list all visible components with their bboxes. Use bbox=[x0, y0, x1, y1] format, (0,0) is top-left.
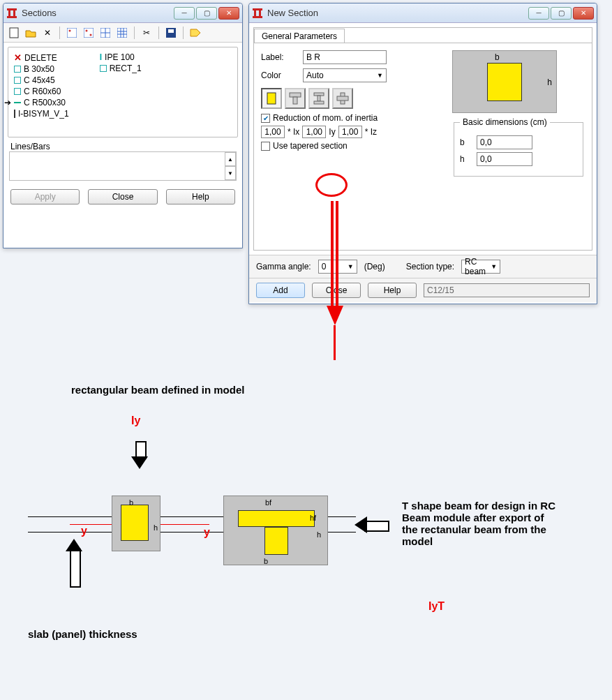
red-arrow-tail bbox=[334, 325, 336, 360]
list-item[interactable]: B 30x50 bbox=[13, 64, 70, 75]
new-section-window: New Section ─ ▢ ✕ General Parameters Lab… bbox=[248, 3, 597, 304]
iyt-label: IyT bbox=[428, 600, 445, 613]
ix-suffix: * Ix bbox=[288, 127, 299, 137]
maximize-button[interactable]: ▢ bbox=[196, 7, 217, 20]
newsection-titlebar[interactable]: New Section ─ ▢ ✕ bbox=[249, 3, 597, 23]
section-type-combo[interactable]: RC beam▼ bbox=[461, 260, 500, 274]
list-item-label: C R60x60 bbox=[24, 87, 61, 96]
sections-window: Sections ─ ▢ ✕ ✕ ✂ ✕DELETE B 30x50 C 45x… bbox=[3, 3, 243, 248]
cut-icon[interactable]: ✂ bbox=[140, 27, 153, 39]
add-button[interactable]: Add bbox=[256, 283, 305, 298]
list-item[interactable]: C R60x60 bbox=[13, 86, 70, 97]
svg-rect-26 bbox=[293, 97, 297, 104]
section-type-label: Section type: bbox=[406, 262, 454, 271]
list-item[interactable]: RECT_1 bbox=[98, 63, 143, 74]
section-type-value: RC beam bbox=[465, 257, 491, 276]
svg-rect-4 bbox=[10, 28, 18, 38]
lines-bars-label: Lines/Bars bbox=[10, 142, 235, 151]
tab-general[interactable]: General Parameters bbox=[254, 29, 345, 43]
ibeam-icon: I bbox=[100, 52, 102, 62]
spin-down-icon[interactable]: ▼ bbox=[225, 166, 236, 180]
save-icon[interactable] bbox=[165, 27, 177, 39]
gamma-row: Gamma angle: 0▼ (Deg) Section type: RC b… bbox=[249, 255, 597, 278]
new-icon[interactable] bbox=[8, 27, 20, 39]
svg-rect-2 bbox=[7, 8, 17, 10]
maximize-button[interactable]: ▢ bbox=[551, 7, 572, 20]
svg-point-6 bbox=[69, 29, 71, 31]
delete-icon[interactable]: ✕ bbox=[41, 27, 54, 39]
iz-input[interactable] bbox=[338, 126, 362, 138]
list-item-delete[interactable]: ✕DELETE bbox=[13, 52, 70, 64]
rect-icon bbox=[100, 65, 107, 72]
list-item[interactable]: I-BISYM_V_1 bbox=[13, 108, 70, 119]
svg-rect-7 bbox=[84, 28, 94, 38]
lines-bars-input[interactable]: ▲▼ bbox=[9, 151, 237, 181]
layout-grid2-icon[interactable] bbox=[116, 27, 128, 39]
spinner[interactable]: ▲▼ bbox=[225, 152, 236, 180]
iy-input[interactable] bbox=[302, 126, 326, 138]
svg-rect-3 bbox=[7, 16, 17, 18]
arrow-left-icon bbox=[354, 516, 389, 533]
close-window-button[interactable]: ✕ bbox=[573, 7, 594, 20]
spin-up-icon[interactable]: ▲ bbox=[225, 152, 236, 166]
color-value: Auto bbox=[306, 70, 324, 80]
layout-grid-icon[interactable] bbox=[99, 27, 112, 39]
reduction-label: Reduction of mom. of inertia bbox=[273, 113, 378, 123]
ix-input[interactable] bbox=[261, 126, 285, 138]
newsection-buttons: Add Close Help C12/15 bbox=[249, 278, 597, 302]
sections-list-panel: ✕DELETE B 30x50 C 45x45 C R60x60 ➔C R500… bbox=[8, 47, 238, 137]
close-window-button[interactable]: ✕ bbox=[218, 7, 239, 20]
svg-rect-13 bbox=[117, 28, 127, 38]
help-button[interactable]: Help bbox=[166, 189, 235, 204]
open-icon[interactable] bbox=[24, 27, 37, 39]
sections-titlebar[interactable]: Sections ─ ▢ ✕ bbox=[3, 3, 242, 23]
h2-dim: h bbox=[317, 530, 321, 539]
close-button[interactable]: Close bbox=[88, 189, 157, 204]
iy-suffix: Iy bbox=[329, 127, 335, 137]
list-item[interactable]: IIPE 100 bbox=[98, 52, 143, 63]
window-controls: ─ ▢ ✕ bbox=[174, 7, 239, 20]
b-dim: b bbox=[129, 498, 133, 507]
list-item-label: B 30x50 bbox=[24, 64, 54, 74]
tag-icon[interactable] bbox=[189, 27, 202, 39]
shape-cross-button[interactable] bbox=[332, 88, 353, 109]
minimize-button[interactable]: ─ bbox=[528, 7, 549, 20]
newsection-title: New Section bbox=[267, 8, 528, 18]
shape-tee-button[interactable] bbox=[285, 88, 306, 109]
rect-icon bbox=[14, 77, 21, 84]
label-value: B R bbox=[306, 52, 320, 62]
list-item-selected[interactable]: ➔C R500x30 bbox=[13, 97, 70, 108]
svg-rect-31 bbox=[337, 96, 348, 100]
preview-rect bbox=[487, 63, 522, 101]
tapered-checkbox[interactable] bbox=[261, 142, 270, 151]
close-button[interactable]: Close bbox=[312, 283, 361, 298]
diagram-area: rectangular beam defined in model Iy b h… bbox=[28, 377, 586, 677]
layout1-icon[interactable] bbox=[66, 27, 78, 39]
iz-suffix: * Iz bbox=[365, 127, 377, 137]
minimize-button[interactable]: ─ bbox=[174, 7, 195, 20]
apply-button[interactable]: Apply bbox=[10, 189, 80, 204]
layout2-icon[interactable] bbox=[82, 27, 95, 39]
reduction-checkbox[interactable]: ✔ bbox=[261, 114, 270, 123]
h-input[interactable]: 0,0 bbox=[477, 152, 532, 166]
material-field: C12/15 bbox=[424, 283, 590, 297]
help-button[interactable]: Help bbox=[368, 283, 417, 298]
svg-rect-28 bbox=[318, 96, 320, 101]
shape-ibeam-button[interactable] bbox=[308, 88, 329, 109]
color-combo[interactable]: Auto▼ bbox=[303, 68, 387, 82]
gamma-combo[interactable]: 0▼ bbox=[318, 260, 357, 274]
list-item[interactable]: C 45x45 bbox=[13, 75, 70, 86]
svg-point-9 bbox=[90, 33, 92, 36]
t-web bbox=[264, 527, 288, 555]
svg-point-8 bbox=[86, 29, 88, 31]
shape-rect-button[interactable] bbox=[261, 88, 282, 109]
gamma-value: 0 bbox=[322, 262, 327, 271]
list-item-label: C R500x30 bbox=[24, 98, 66, 107]
label-input[interactable]: B R bbox=[303, 50, 387, 64]
separator bbox=[158, 27, 159, 39]
preview-b-label: b bbox=[495, 52, 500, 62]
b-input[interactable]: 0,0 bbox=[477, 135, 532, 149]
bar-icon bbox=[14, 110, 15, 118]
b-value: 0,0 bbox=[480, 137, 492, 147]
tab-body: Label: B R Color Auto▼ ✔ bbox=[254, 43, 592, 249]
